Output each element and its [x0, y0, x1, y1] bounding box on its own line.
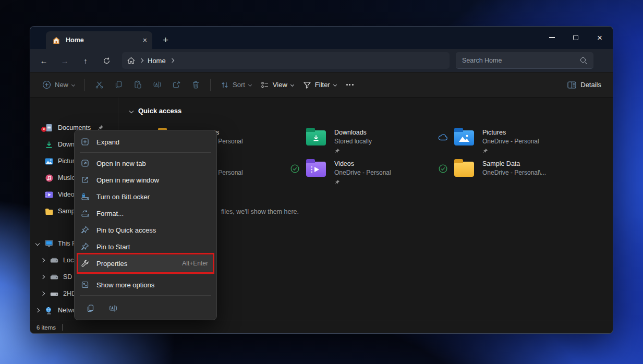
chevron-down-icon[interactable] — [35, 241, 40, 246]
search-input[interactable]: Search Home — [456, 52, 593, 69]
tab-close-icon[interactable]: × — [143, 37, 147, 44]
view-label: View — [273, 81, 287, 89]
view-icon — [261, 81, 269, 89]
back-button[interactable]: ← — [33, 52, 54, 69]
expand-icon — [81, 138, 89, 146]
menu-item-label: Show more options — [96, 281, 154, 289]
sort-icon — [221, 81, 229, 89]
sync-ok-icon — [431, 157, 454, 180]
close-icon: × — [597, 33, 602, 42]
cut-icon — [95, 80, 104, 89]
forward-button[interactable]: → — [54, 52, 75, 69]
tile-subtitle: OneDrive - Personal — [334, 169, 391, 176]
menu-item-turn-on-bitlocker[interactable]: Turn on BitLocker — [77, 188, 214, 205]
chevron-right-icon[interactable] — [35, 308, 40, 312]
tile-pictures[interactable]: Pictures OneDrive - Personal — [422, 126, 570, 157]
details-pane-button[interactable]: Details — [563, 81, 605, 89]
context-menu: Expand Open in new tab Open in new windo… — [74, 130, 217, 320]
minimize-button[interactable] — [540, 27, 564, 48]
home-folder-icon — [52, 37, 60, 44]
tile-videos[interactable]: Videos OneDrive - Personal — [274, 157, 422, 188]
sync-ok-icon — [283, 157, 306, 180]
menu-item-label: Turn on BitLocker — [96, 193, 150, 201]
breadcrumb-root[interactable]: Home — [148, 57, 166, 65]
menu-item-open-in-new-window[interactable]: Open in new window — [77, 172, 214, 188]
status-empty — [283, 126, 306, 149]
menu-item-label: Format... — [96, 210, 124, 217]
menu-item-open-in-new-tab[interactable]: Open in new tab — [77, 155, 214, 172]
filter-button[interactable]: Filter — [298, 76, 341, 94]
command-toolbar: New — [30, 72, 613, 98]
tile-sample-data[interactable]: Sample Data OneDrive - Personal\... — [422, 157, 570, 188]
rename-button[interactable] — [148, 76, 166, 94]
sort-button[interactable]: Sort — [216, 76, 256, 94]
menu-item-shortcut: Alt+Enter — [182, 260, 208, 267]
menu-item-label: Properties — [96, 260, 127, 268]
videos-folder-icon — [306, 162, 326, 177]
details-pane-icon — [567, 81, 576, 89]
new-label: New — [55, 81, 68, 89]
item-count: 6 items — [37, 324, 56, 331]
folder-icon — [45, 207, 53, 215]
minimize-icon — [549, 37, 555, 38]
menu-item-expand[interactable]: Expand — [77, 134, 214, 150]
breadcrumb[interactable]: Home — [122, 52, 450, 69]
breadcrumb-chevron-icon — [169, 58, 174, 63]
document-icon: × — [45, 124, 53, 132]
up-button[interactable]: ↑ — [75, 52, 96, 69]
chevron-right-icon[interactable] — [41, 292, 45, 296]
tab-home[interactable]: Home × — [46, 31, 152, 49]
chevron-down-icon — [71, 83, 75, 87]
circle-plus-icon — [42, 80, 51, 89]
menu-item-show-more-options[interactable]: Show more options — [77, 276, 214, 293]
chevron-down-icon — [333, 83, 337, 87]
status-divider — [62, 324, 63, 331]
maximize-icon — [573, 35, 578, 40]
navigation-bar: ← → ↑ Home Search Home — [30, 49, 613, 72]
chevron-down-icon[interactable] — [129, 108, 134, 113]
search-placeholder: Search Home — [462, 57, 502, 64]
sync-error-badge-icon: × — [41, 127, 46, 132]
menu-item-format[interactable]: Format... — [77, 205, 214, 222]
delete-button[interactable] — [187, 76, 205, 94]
paste-button[interactable] — [129, 76, 147, 94]
copy-button[interactable] — [110, 76, 128, 94]
refresh-icon — [103, 57, 111, 65]
details-label: Details — [580, 81, 601, 89]
pin-icon — [81, 242, 89, 251]
view-button[interactable]: View — [256, 76, 298, 94]
refresh-button[interactable] — [96, 52, 117, 69]
cut-button[interactable] — [90, 76, 108, 94]
tile-subtitle: OneDrive - Personal\... — [482, 169, 546, 176]
search-icon[interactable] — [580, 57, 587, 64]
menu-item-pin-to-start[interactable]: Pin to Start — [77, 238, 214, 255]
sidebar-item-label: Music — [58, 174, 75, 181]
network-icon — [45, 306, 53, 314]
trash-icon — [191, 80, 200, 89]
chevron-right-icon[interactable] — [41, 258, 45, 262]
menu-separator — [80, 274, 211, 274]
new-tab-button[interactable]: + — [163, 35, 168, 45]
new-button[interactable]: New — [38, 76, 79, 94]
rename-icon[interactable] — [106, 301, 120, 315]
pin-icon — [81, 226, 89, 234]
tile-subtitle: Stored locally — [334, 138, 372, 145]
menu-item-properties[interactable]: Properties Alt+Enter — [77, 255, 214, 272]
file-explorer-window: Home × + × ← → ↑ Home Searc — [30, 26, 613, 334]
quick-access-header[interactable]: Quick access — [126, 107, 613, 115]
maximize-button[interactable] — [564, 27, 588, 48]
music-icon — [45, 174, 53, 182]
tile-downloads[interactable]: Downloads Stored locally — [274, 126, 422, 157]
drive-icon — [50, 289, 58, 298]
videos-icon — [45, 190, 53, 199]
close-button[interactable]: × — [588, 27, 612, 48]
copy-icon[interactable] — [83, 301, 98, 315]
recent-files-hint: files, we'll show them here. — [221, 208, 299, 215]
chevron-right-icon[interactable] — [41, 275, 45, 279]
tile-name: Videos — [334, 160, 391, 167]
home-icon — [127, 57, 135, 64]
menu-item-pin-to-quick-access[interactable]: Pin to Quick access — [77, 222, 214, 238]
paste-icon — [134, 80, 142, 89]
more-options-button[interactable] — [341, 84, 359, 86]
share-button[interactable] — [167, 76, 186, 94]
